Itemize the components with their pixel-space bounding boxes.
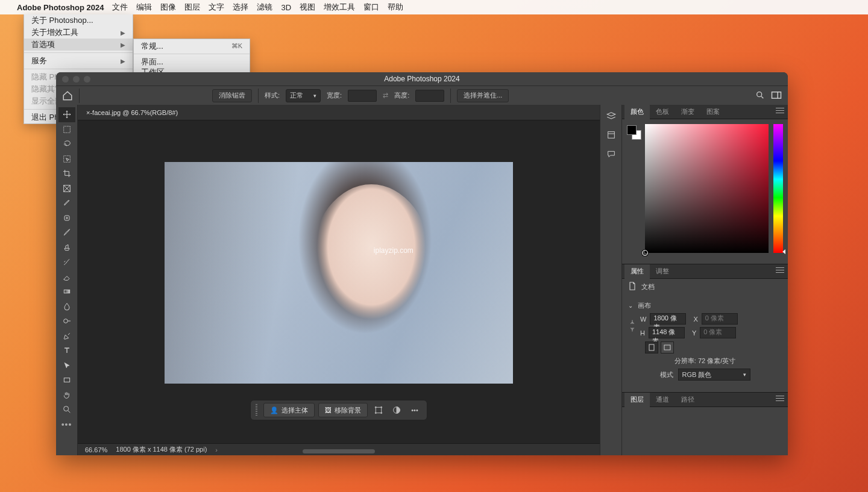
- document-tab[interactable]: ×-faceai.jpg @ 66.7%(RGB/8#): [78, 105, 600, 120]
- select-subject-button[interactable]: 👤选择主体: [263, 403, 315, 417]
- pen-tool-icon[interactable]: [58, 329, 75, 344]
- traffic-lights[interactable]: [62, 76, 90, 83]
- transform-icon[interactable]: [371, 405, 386, 415]
- home-icon[interactable]: [62, 90, 73, 101]
- menu-edit[interactable]: 编辑: [136, 2, 152, 13]
- app-menu[interactable]: Adobe Photoshop 2024: [17, 3, 104, 12]
- prefs-general[interactable]: 常规...⌘K: [134, 41, 250, 51]
- foreground-color-swatch[interactable]: [627, 125, 637, 135]
- tab-swatches[interactable]: 色板: [650, 105, 675, 119]
- menu-window[interactable]: 窗口: [363, 2, 379, 13]
- move-tool-icon[interactable]: [58, 107, 75, 122]
- eraser-tool-icon[interactable]: [58, 270, 75, 285]
- panel-menu-icon[interactable]: [776, 396, 784, 403]
- tab-properties[interactable]: 属性: [624, 264, 650, 279]
- brush-tool-icon[interactable]: [58, 225, 75, 240]
- search-icon[interactable]: [755, 90, 765, 101]
- canvas-section-header[interactable]: ⌄画布: [628, 301, 782, 310]
- path-select-tool-icon[interactable]: [58, 358, 75, 373]
- menu-view[interactable]: 视图: [300, 2, 315, 13]
- frame-tool-icon[interactable]: [58, 181, 75, 196]
- color-picker-cursor[interactable]: [642, 250, 648, 256]
- adjustment-icon[interactable]: [389, 405, 404, 415]
- zoom-level[interactable]: 66.67%: [85, 446, 107, 453]
- libraries-rail-icon[interactable]: [604, 129, 618, 141]
- gradient-tool-icon[interactable]: [58, 284, 75, 299]
- prefs-interface[interactable]: 界面...: [134, 57, 250, 67]
- clone-stamp-tool-icon[interactable]: [58, 240, 75, 255]
- contextual-task-bar[interactable]: 👤选择主体 🖼移除背景 •••: [250, 400, 427, 420]
- landscape-orientation-button[interactable]: [661, 341, 674, 353]
- horizontal-scrollbar[interactable]: [303, 449, 375, 453]
- layers-rail-icon[interactable]: [604, 110, 618, 122]
- document-info[interactable]: 1800 像素 x 1148 像素 (72 ppi): [116, 445, 207, 454]
- tab-paths[interactable]: 路径: [675, 393, 700, 407]
- menu-about-plugins[interactable]: 关于增效工具▶: [24, 26, 133, 39]
- menu-help[interactable]: 帮助: [388, 2, 403, 13]
- rectangle-tool-icon[interactable]: [58, 373, 75, 388]
- drag-handle-icon[interactable]: [256, 404, 257, 416]
- select-and-mask-button[interactable]: 选择并遮住...: [457, 89, 509, 102]
- menu-item-label: 服务: [31, 55, 47, 66]
- canvas-y-input[interactable]: 0 像素: [700, 327, 736, 338]
- hand-tool-icon[interactable]: [58, 388, 75, 403]
- remove-background-button[interactable]: 🖼移除背景: [318, 403, 368, 417]
- crop-tool-icon[interactable]: [58, 166, 75, 181]
- foreground-background-swatch[interactable]: [627, 125, 640, 139]
- canvas-x-input[interactable]: 0 像素: [702, 313, 738, 325]
- link-wh-icon[interactable]: [628, 317, 637, 334]
- menu-3d[interactable]: 3D: [281, 3, 291, 12]
- width-input[interactable]: [348, 90, 377, 102]
- zoom-dot-icon[interactable]: [84, 76, 90, 83]
- menu-preferences[interactable]: 首选项▶: [24, 39, 133, 51]
- saturation-brightness-field[interactable]: [645, 124, 769, 253]
- zoom-tool-icon[interactable]: [58, 402, 75, 417]
- object-select-tool-icon[interactable]: [58, 152, 75, 167]
- more-icon[interactable]: •••: [407, 406, 422, 414]
- healing-brush-tool-icon[interactable]: [58, 211, 75, 226]
- edit-toolbar-icon[interactable]: •••: [58, 417, 75, 432]
- antialias-toggle[interactable]: 消除锯齿: [212, 89, 252, 102]
- color-mode-select[interactable]: RGB 颜色▾: [678, 369, 750, 381]
- type-tool-icon[interactable]: [58, 343, 75, 358]
- menu-services[interactable]: 服务▶: [24, 55, 133, 67]
- workspace-switcher-icon[interactable]: [771, 91, 782, 101]
- mac-menubar[interactable]: Adobe Photoshop 2024 文件 编辑 图像 图层 文字 选择 滤…: [0, 0, 868, 14]
- canvas[interactable]: iplayzip.com 👤选择主体 🖼移除背景 •••: [78, 120, 600, 443]
- menu-plugins[interactable]: 增效工具: [324, 2, 355, 13]
- comments-rail-icon[interactable]: [604, 148, 618, 160]
- eyedropper-tool-icon[interactable]: [58, 196, 75, 211]
- window-titlebar[interactable]: Adobe Photoshop 2024: [56, 72, 788, 86]
- history-brush-tool-icon[interactable]: [58, 255, 75, 270]
- tab-layers[interactable]: 图层: [624, 393, 650, 407]
- marquee-tool-icon[interactable]: [58, 122, 75, 137]
- tab-channels[interactable]: 通道: [650, 393, 675, 407]
- swap-wh-icon[interactable]: ⇄: [383, 92, 388, 99]
- tab-adjustments[interactable]: 调整: [650, 264, 675, 279]
- dodge-tool-icon[interactable]: [58, 314, 75, 329]
- chevron-right-icon[interactable]: ›: [215, 446, 218, 453]
- blur-tool-icon[interactable]: [58, 299, 75, 314]
- menu-about-photoshop[interactable]: 关于 Photoshop...: [24, 14, 133, 26]
- panel-menu-icon[interactable]: [776, 267, 784, 275]
- tab-color[interactable]: 颜色: [624, 105, 650, 119]
- menu-file[interactable]: 文件: [112, 2, 128, 13]
- tab-patterns[interactable]: 图案: [700, 105, 726, 119]
- canvas-width-input[interactable]: 1800 像素: [650, 313, 686, 325]
- menu-type[interactable]: 文字: [209, 2, 224, 13]
- menu-image[interactable]: 图像: [160, 2, 176, 13]
- close-dot-icon[interactable]: [62, 76, 69, 83]
- menu-layer[interactable]: 图层: [184, 2, 200, 13]
- canvas-height-input[interactable]: 1148 像素: [649, 327, 685, 338]
- tab-gradients[interactable]: 渐变: [675, 105, 700, 119]
- portrait-orientation-button[interactable]: [645, 341, 658, 353]
- style-select[interactable]: 正常▾: [286, 89, 321, 102]
- menu-filter[interactable]: 滤镜: [257, 2, 272, 13]
- minimize-dot-icon[interactable]: [73, 76, 80, 83]
- height-input[interactable]: [415, 90, 444, 102]
- lasso-tool-icon[interactable]: [58, 137, 75, 152]
- hue-slider-pointer[interactable]: [782, 249, 785, 254]
- menu-select[interactable]: 选择: [233, 2, 248, 13]
- panel-menu-icon[interactable]: [776, 108, 784, 115]
- hue-slider[interactable]: [773, 124, 783, 253]
